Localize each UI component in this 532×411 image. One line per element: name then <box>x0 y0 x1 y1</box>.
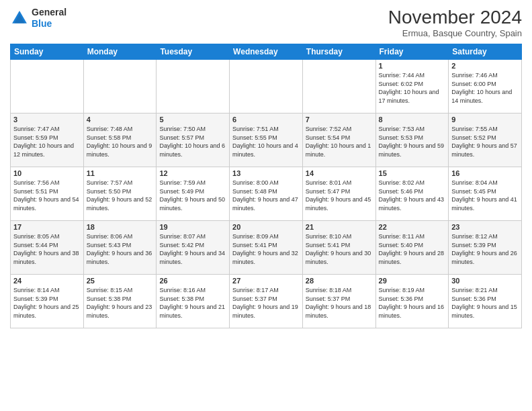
day-number: 15 <box>379 169 446 177</box>
day-info: Sunrise: 8:21 AMSunset: 5:36 PMDaylight:… <box>451 286 519 320</box>
day-info: Sunrise: 7:48 AMSunset: 5:58 PMDaylight:… <box>87 125 154 158</box>
day-info: Sunrise: 8:11 AMSunset: 5:40 PMDaylight:… <box>379 232 446 266</box>
day-number: 7 <box>306 116 373 124</box>
day-number: 22 <box>379 223 446 231</box>
day-cell: 8Sunrise: 7:53 AMSunset: 5:53 PMDaylight… <box>375 113 449 167</box>
calendar-table: SundayMondayTuesdayWednesdayThursdayFrid… <box>10 44 522 328</box>
day-number: 28 <box>306 277 373 285</box>
day-number: 16 <box>451 169 519 177</box>
day-number: 23 <box>451 223 519 231</box>
day-number: 2 <box>451 62 519 70</box>
day-info: Sunrise: 8:18 AMSunset: 5:37 PMDaylight:… <box>306 286 373 320</box>
week-row-5: 24Sunrise: 8:14 AMSunset: 5:39 PMDayligh… <box>11 275 522 328</box>
week-row-1: 1Sunrise: 7:44 AMSunset: 6:02 PMDaylight… <box>11 60 522 113</box>
day-cell: 30Sunrise: 8:21 AMSunset: 5:36 PMDayligh… <box>449 275 522 328</box>
logo-icon <box>10 9 29 28</box>
day-cell: 15Sunrise: 8:02 AMSunset: 5:46 PMDayligh… <box>375 167 449 221</box>
day-info: Sunrise: 7:44 AMSunset: 6:02 PMDaylight:… <box>379 71 446 105</box>
month-title: November 2024 <box>388 7 522 28</box>
day-number: 9 <box>451 116 519 124</box>
col-header-wednesday: Wednesday <box>230 44 303 60</box>
day-cell: 11Sunrise: 7:57 AMSunset: 5:50 PMDayligh… <box>83 167 157 221</box>
day-cell: 14Sunrise: 8:01 AMSunset: 5:47 PMDayligh… <box>302 167 375 221</box>
day-cell: 16Sunrise: 8:04 AMSunset: 5:45 PMDayligh… <box>449 167 522 221</box>
day-info: Sunrise: 7:51 AMSunset: 5:55 PMDaylight:… <box>232 125 300 158</box>
day-cell: 22Sunrise: 8:11 AMSunset: 5:40 PMDayligh… <box>375 221 449 275</box>
day-number: 5 <box>159 116 226 124</box>
day-number: 10 <box>13 169 81 177</box>
day-cell <box>83 60 157 113</box>
location-subtitle: Ermua, Basque Country, Spain <box>388 28 522 38</box>
day-header-row: SundayMondayTuesdayWednesdayThursdayFrid… <box>11 44 522 60</box>
day-info: Sunrise: 8:05 AMSunset: 5:44 PMDaylight:… <box>13 232 81 266</box>
day-number: 3 <box>13 116 81 124</box>
day-info: Sunrise: 7:46 AMSunset: 6:00 PMDaylight:… <box>451 71 519 105</box>
day-info: Sunrise: 7:57 AMSunset: 5:50 PMDaylight:… <box>87 179 154 212</box>
col-header-saturday: Saturday <box>449 44 522 60</box>
logo-general: General <box>32 7 66 17</box>
day-cell: 1Sunrise: 7:44 AMSunset: 6:02 PMDaylight… <box>375 60 449 113</box>
day-cell: 5Sunrise: 7:50 AMSunset: 5:57 PMDaylight… <box>157 113 230 167</box>
day-info: Sunrise: 7:50 AMSunset: 5:57 PMDaylight:… <box>159 125 226 158</box>
day-cell: 19Sunrise: 8:07 AMSunset: 5:42 PMDayligh… <box>157 221 230 275</box>
day-number: 20 <box>232 223 300 231</box>
day-info: Sunrise: 8:17 AMSunset: 5:37 PMDaylight:… <box>232 286 300 320</box>
week-row-2: 3Sunrise: 7:47 AMSunset: 5:59 PMDaylight… <box>11 113 522 167</box>
day-cell: 9Sunrise: 7:55 AMSunset: 5:52 PMDaylight… <box>449 113 522 167</box>
col-header-tuesday: Tuesday <box>157 44 230 60</box>
day-info: Sunrise: 8:12 AMSunset: 5:39 PMDaylight:… <box>451 232 519 266</box>
week-row-3: 10Sunrise: 7:56 AMSunset: 5:51 PMDayligh… <box>11 167 522 221</box>
day-cell <box>157 60 230 113</box>
day-cell: 6Sunrise: 7:51 AMSunset: 5:55 PMDaylight… <box>230 113 303 167</box>
day-number: 11 <box>87 169 154 177</box>
day-cell <box>230 60 303 113</box>
day-cell: 10Sunrise: 7:56 AMSunset: 5:51 PMDayligh… <box>11 167 84 221</box>
logo: General Blue <box>10 7 66 30</box>
day-number: 12 <box>159 169 226 177</box>
col-header-monday: Monday <box>83 44 157 60</box>
page: General Blue November 2024 Ermua, Basque… <box>0 0 532 411</box>
day-number: 24 <box>13 277 81 285</box>
header: General Blue November 2024 Ermua, Basque… <box>10 7 522 38</box>
day-cell: 21Sunrise: 8:10 AMSunset: 5:41 PMDayligh… <box>302 221 375 275</box>
day-info: Sunrise: 7:52 AMSunset: 5:54 PMDaylight:… <box>306 125 373 158</box>
day-cell: 17Sunrise: 8:05 AMSunset: 5:44 PMDayligh… <box>11 221 84 275</box>
day-cell: 24Sunrise: 8:14 AMSunset: 5:39 PMDayligh… <box>11 275 84 328</box>
day-cell: 4Sunrise: 7:48 AMSunset: 5:58 PMDaylight… <box>83 113 157 167</box>
logo-text: General Blue <box>32 7 66 30</box>
day-info: Sunrise: 8:14 AMSunset: 5:39 PMDaylight:… <box>13 286 81 320</box>
day-number: 21 <box>306 223 373 231</box>
day-number: 30 <box>451 277 519 285</box>
day-info: Sunrise: 7:47 AMSunset: 5:59 PMDaylight:… <box>13 125 81 158</box>
logo-blue: Blue <box>32 18 52 29</box>
day-cell <box>302 60 375 113</box>
day-info: Sunrise: 7:59 AMSunset: 5:49 PMDaylight:… <box>159 179 226 212</box>
day-info: Sunrise: 7:56 AMSunset: 5:51 PMDaylight:… <box>13 179 81 212</box>
day-info: Sunrise: 7:53 AMSunset: 5:53 PMDaylight:… <box>379 125 446 158</box>
day-info: Sunrise: 8:16 AMSunset: 5:38 PMDaylight:… <box>159 286 226 320</box>
week-row-4: 17Sunrise: 8:05 AMSunset: 5:44 PMDayligh… <box>11 221 522 275</box>
day-number: 8 <box>379 116 446 124</box>
day-info: Sunrise: 8:01 AMSunset: 5:47 PMDaylight:… <box>306 179 373 212</box>
day-cell: 2Sunrise: 7:46 AMSunset: 6:00 PMDaylight… <box>449 60 522 113</box>
day-number: 14 <box>306 169 373 177</box>
day-info: Sunrise: 8:19 AMSunset: 5:36 PMDaylight:… <box>379 286 446 320</box>
day-number: 26 <box>159 277 226 285</box>
day-cell: 3Sunrise: 7:47 AMSunset: 5:59 PMDaylight… <box>11 113 84 167</box>
day-cell: 27Sunrise: 8:17 AMSunset: 5:37 PMDayligh… <box>230 275 303 328</box>
col-header-sunday: Sunday <box>11 44 84 60</box>
day-number: 29 <box>379 277 446 285</box>
title-area: November 2024 Ermua, Basque Country, Spa… <box>388 7 522 38</box>
day-cell: 12Sunrise: 7:59 AMSunset: 5:49 PMDayligh… <box>157 167 230 221</box>
col-header-thursday: Thursday <box>302 44 375 60</box>
day-info: Sunrise: 8:00 AMSunset: 5:48 PMDaylight:… <box>232 179 300 212</box>
day-cell <box>11 60 84 113</box>
day-number: 4 <box>87 116 154 124</box>
day-info: Sunrise: 8:06 AMSunset: 5:43 PMDaylight:… <box>87 232 154 266</box>
day-number: 27 <box>232 277 300 285</box>
day-number: 18 <box>87 223 154 231</box>
day-cell: 7Sunrise: 7:52 AMSunset: 5:54 PMDaylight… <box>302 113 375 167</box>
day-number: 13 <box>232 169 300 177</box>
day-cell: 28Sunrise: 8:18 AMSunset: 5:37 PMDayligh… <box>302 275 375 328</box>
day-info: Sunrise: 8:02 AMSunset: 5:46 PMDaylight:… <box>379 179 446 212</box>
